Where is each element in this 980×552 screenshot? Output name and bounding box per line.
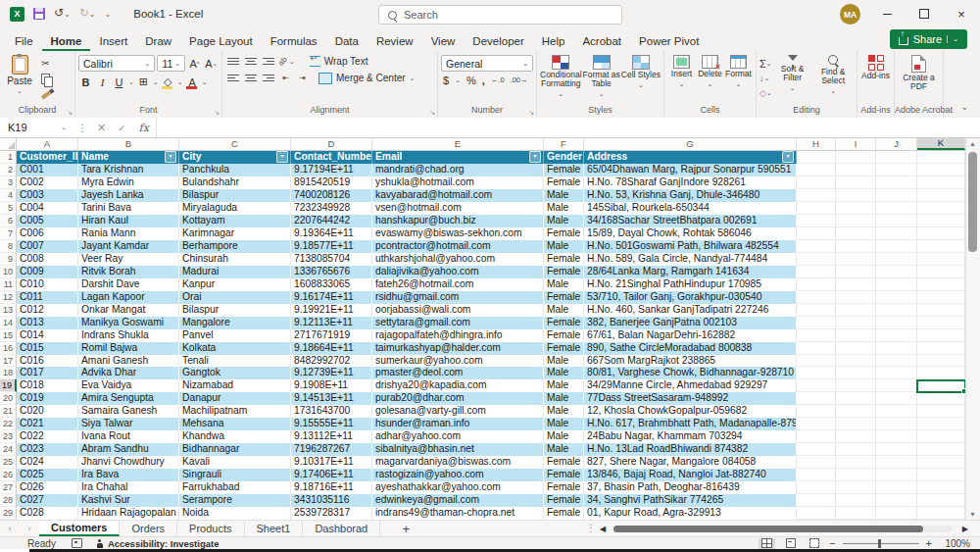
cell-D23[interactable]: 9.13112E+11 [291,430,372,443]
delete-cells-button[interactable]: Delete ⌄ [696,55,724,104]
row-header-15[interactable]: 15 [0,329,17,342]
cell-F22[interactable]: Male [544,418,584,430]
cell-F7[interactable]: Female [544,227,584,240]
cell-J3[interactable] [876,176,917,189]
sheet-tab-orders[interactable]: Orders [120,521,177,536]
table-header-cell-name[interactable]: Name▾ [78,151,179,164]
cell-B20[interactable]: Amira Sengupta [78,392,179,405]
cell-J8[interactable] [876,240,917,253]
row-header-8[interactable]: 8 [0,240,17,253]
column-header-I[interactable]: I [836,138,876,150]
zoom-slider[interactable] [843,543,919,544]
cell-I22[interactable] [836,418,876,430]
undo-button[interactable]: ↺⌄ [54,6,71,22]
cell-A21[interactable]: C020 [17,405,78,418]
comma-style-button[interactable]: , [482,75,485,86]
cell-E28[interactable]: edwinkeya@gmail.com [372,494,544,507]
font-size-select[interactable]: 11⌄ [157,55,185,72]
cell-K27[interactable] [917,481,965,494]
cell-A12[interactable]: C011 [17,291,78,304]
cell-B11[interactable]: Darshit Dave [78,278,179,291]
cell-B23[interactable]: Ivana Rout [78,430,179,443]
empty-cell[interactable] [836,151,876,164]
cell-I5[interactable] [836,202,876,215]
row-header-14[interactable]: 14 [0,317,17,329]
borders-chevron-icon[interactable]: ⌄ [153,78,159,86]
zoom-slider-thumb[interactable] [878,539,881,548]
cell-E24[interactable]: sibalnitya@bhasin.net [372,443,544,456]
font-name-select[interactable]: Calibri⌄ [78,55,155,72]
cell-E22[interactable]: hsunder@raman.info [372,418,544,430]
cell-D17[interactable]: 8482992702 [291,355,372,368]
redo-button[interactable]: ↻⌄ [79,6,96,22]
cell-F2[interactable]: Female [544,164,584,176]
cell-F29[interactable]: Female [544,507,584,520]
cell-C12[interactable]: Orai [179,291,291,304]
cell-C26[interactable]: Singrauli [179,469,291,481]
cell-D16[interactable]: 9.18664E+11 [291,342,372,355]
cell-F19[interactable]: Male [544,379,584,392]
column-header-K[interactable]: K [917,138,965,150]
cell-C25[interactable]: Kavali [179,456,291,469]
cell-E16[interactable]: taimurkashyap@halder.com [372,342,544,355]
column-header-B[interactable]: B [78,138,179,150]
align-bottom-icon[interactable] [263,58,274,65]
addins-button[interactable]: Add-ins [860,55,891,104]
cell-A10[interactable]: C009 [17,266,78,278]
cell-C17[interactable]: Tenali [179,355,291,368]
cell-A22[interactable]: C021 [17,418,78,430]
cell-J12[interactable] [876,291,917,304]
cell-K18[interactable] [917,367,965,379]
fill-button[interactable]: ↓⌄ [760,72,772,84]
cell-J18[interactable] [876,367,917,379]
cell-G11[interactable]: H.No. 21Singhal PathHindupur 170985 [584,278,797,291]
row-header-23[interactable]: 23 [0,430,17,443]
cell-H15[interactable] [797,329,836,342]
row-header-7[interactable]: 7 [0,227,17,240]
formula-bar-handle[interactable]: ⋮ [77,123,88,133]
fill-color-button[interactable]: ◇ [161,75,175,89]
row-header-28[interactable]: 28 [0,494,17,507]
cell-J11[interactable] [876,278,917,291]
cell-H25[interactable] [797,456,836,469]
cell-I14[interactable] [836,317,876,329]
cell-E8[interactable]: pcontractor@hotmail.com [372,240,544,253]
increase-decimal-button[interactable]: ←.0 [491,76,505,84]
cell-H16[interactable] [797,342,836,355]
cell-C20[interactable]: Danapur [179,392,291,405]
cell-I4[interactable] [836,189,876,202]
cell-K3[interactable] [917,176,965,189]
cell-J4[interactable] [876,189,917,202]
clipboard-dialog-launcher[interactable]: ↘ [67,109,73,116]
cell-E9[interactable]: uthkarshjohal@yahoo.com [372,253,544,266]
menu-tab-developer[interactable]: Developer [464,27,532,51]
cell-D11[interactable]: 1608833065 [291,278,372,291]
cell-J24[interactable] [876,443,917,456]
filter-button-email[interactable]: ▾ [529,151,541,163]
normal-view-button[interactable] [759,538,775,549]
cell-B15[interactable]: Indrans Shukla [78,329,179,342]
cell-D3[interactable]: 8915420519 [291,176,372,189]
cell-G5[interactable]: 145Sibal, Rourkela-650344 [584,202,797,215]
empty-cell[interactable] [917,151,965,164]
cell-G18[interactable]: 80/81, Varghese Chowk, Bidhannagar-92871… [584,367,797,379]
cell-F6[interactable]: Male [544,215,584,227]
cell-G21[interactable]: 12, Khosla ChowkGopalpur-059682 [584,405,797,418]
cell-G2[interactable]: 65/04Dhawan Marg, Rajpur Sonarpur 590551 [584,164,797,176]
cell-E10[interactable]: daliajivika@yahoo.com [372,266,544,278]
row-header-22[interactable]: 22 [0,418,17,430]
cell-I9[interactable] [836,253,876,266]
column-header-G[interactable]: G [584,138,797,150]
cell-G29[interactable]: 01, Kapur Road, Agra-329913 [584,507,797,520]
cell-C6[interactable]: Kottayam [179,215,291,227]
cell-D27[interactable]: 9.18716E+11 [291,481,372,494]
cell-H5[interactable] [797,202,836,215]
cell-C3[interactable]: Bulandshahr [179,176,291,189]
cell-A24[interactable]: C023 [17,443,78,456]
zoom-level[interactable]: 100% [939,538,970,549]
cell-A2[interactable]: C001 [17,164,78,176]
cell-F20[interactable]: Male [544,392,584,405]
filter-button-name[interactable]: ▾ [165,151,176,163]
cell-I27[interactable] [836,481,876,494]
cell-G22[interactable]: H.No. 617, Brahmbhatt Path, Madanapalle-… [584,418,797,430]
